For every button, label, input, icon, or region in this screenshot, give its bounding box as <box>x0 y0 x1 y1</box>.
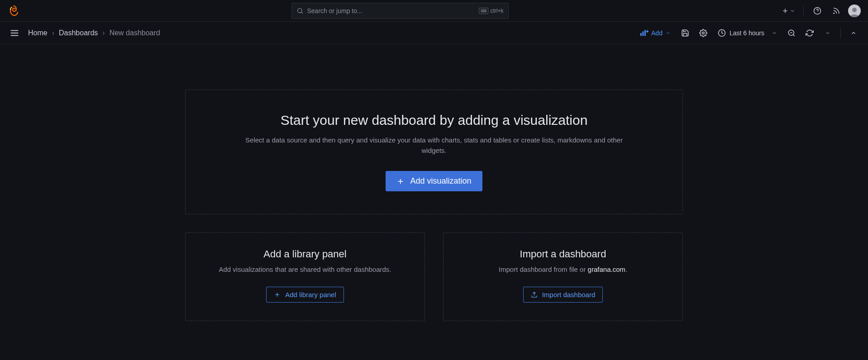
chevron-down-icon <box>665 30 671 36</box>
search-input[interactable]: Search or jump to... ⌨ ctrl+k <box>291 3 509 19</box>
import-dashboard-label: Import dashboard <box>542 291 596 298</box>
settings-button[interactable] <box>696 26 711 40</box>
svg-point-0 <box>297 8 301 12</box>
hero-title: Start your new dashboard by adding a vis… <box>213 113 655 128</box>
plus-icon <box>274 291 281 298</box>
help-button[interactable] <box>810 4 825 18</box>
svg-rect-12 <box>643 31 644 36</box>
breadcrumb: Home › Dashboards › New dashboard <box>28 29 160 37</box>
import-title: Import a dashboard <box>457 248 669 260</box>
chevron-right-icon: › <box>52 29 54 37</box>
save-button[interactable] <box>678 26 692 40</box>
time-range-label: Last 6 hours <box>730 29 764 37</box>
svg-line-19 <box>793 34 794 36</box>
svg-rect-13 <box>644 30 646 36</box>
plus-icon <box>396 177 405 185</box>
chevron-down-icon <box>772 30 777 36</box>
search-icon <box>296 7 304 14</box>
divider <box>840 28 841 38</box>
collapse-button[interactable] <box>846 26 861 40</box>
svg-point-7 <box>852 8 857 12</box>
time-range-picker[interactable]: Last 6 hours <box>714 27 781 39</box>
create-menu[interactable] <box>780 7 797 14</box>
menu-toggle[interactable] <box>7 26 22 40</box>
hero-subtitle: Select a data source and then query and … <box>239 135 629 156</box>
keyboard-icon: ⌨ <box>479 8 488 14</box>
import-subtitle: Import dashboard from file or grafana.co… <box>457 265 669 275</box>
breadcrumb-current: New dashboard <box>110 29 160 37</box>
svg-line-1 <box>301 12 303 14</box>
upload-icon <box>531 291 538 298</box>
panel-add-icon <box>640 30 649 36</box>
add-panel-button[interactable]: Add <box>637 28 674 38</box>
add-visualization-label: Add visualization <box>410 176 471 186</box>
import-dashboard-card: Import a dashboard Import dashboard from… <box>443 232 683 321</box>
add-library-panel-label: Add library panel <box>285 291 336 298</box>
divider <box>803 5 804 16</box>
refresh-interval-button[interactable] <box>820 26 835 40</box>
chevron-down-icon <box>790 8 795 14</box>
hero-card: Start your new dashboard by adding a vis… <box>185 90 683 214</box>
breadcrumb-dashboards[interactable]: Dashboards <box>59 29 98 37</box>
breadcrumb-home[interactable]: Home <box>28 29 48 37</box>
library-panel-card: Add a library panel Add visualizations t… <box>185 232 425 321</box>
svg-rect-11 <box>640 33 642 36</box>
refresh-button[interactable] <box>802 26 817 40</box>
grafana-com-link[interactable]: grafana.com <box>588 265 625 273</box>
keyboard-shortcut-hint: ⌨ ctrl+k <box>479 8 503 14</box>
add-visualization-button[interactable]: Add visualization <box>386 171 482 191</box>
library-title: Add a library panel <box>199 248 411 260</box>
search-placeholder: Search or jump to... <box>307 7 479 14</box>
chevron-right-icon: › <box>102 29 105 37</box>
clock-icon <box>718 29 726 37</box>
svg-point-16 <box>702 32 705 34</box>
news-button[interactable] <box>829 4 844 18</box>
add-library-panel-button[interactable]: Add library panel <box>266 287 344 303</box>
add-panel-label: Add <box>651 29 663 37</box>
library-subtitle: Add visualizations that are shared with … <box>199 265 411 275</box>
user-avatar[interactable] <box>848 5 861 17</box>
zoom-out-button[interactable] <box>784 26 799 40</box>
grafana-logo[interactable] <box>7 5 20 17</box>
svg-point-6 <box>834 13 835 14</box>
import-dashboard-button[interactable]: Import dashboard <box>523 287 603 303</box>
